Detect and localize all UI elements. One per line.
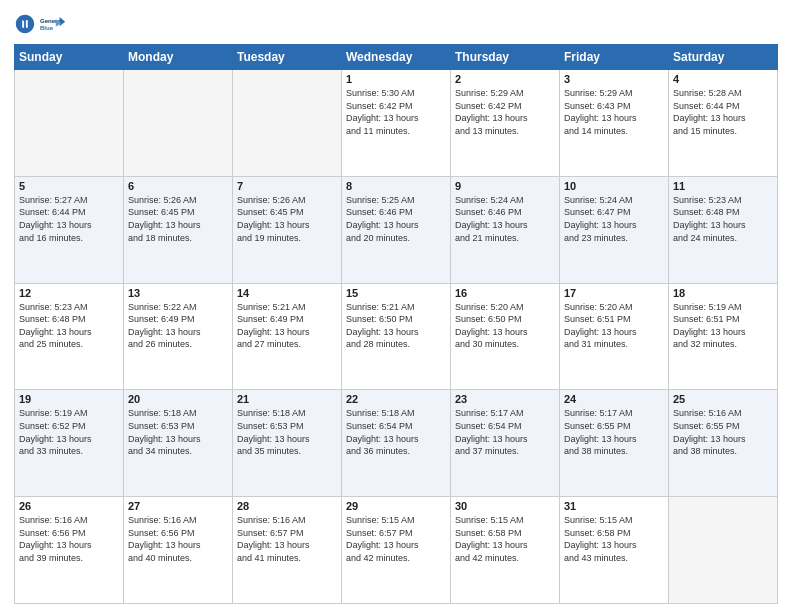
table-row: 12Sunrise: 5:23 AM Sunset: 6:48 PM Dayli… (15, 283, 124, 390)
header: General Blue (14, 10, 778, 38)
table-row: 20Sunrise: 5:18 AM Sunset: 6:53 PM Dayli… (124, 390, 233, 497)
table-row: 24Sunrise: 5:17 AM Sunset: 6:55 PM Dayli… (560, 390, 669, 497)
table-row: 9Sunrise: 5:24 AM Sunset: 6:46 PM Daylig… (451, 176, 560, 283)
table-row: 23Sunrise: 5:17 AM Sunset: 6:54 PM Dayli… (451, 390, 560, 497)
table-row: 25Sunrise: 5:16 AM Sunset: 6:55 PM Dayli… (669, 390, 778, 497)
table-row: 6Sunrise: 5:26 AM Sunset: 6:45 PM Daylig… (124, 176, 233, 283)
day-number: 3 (564, 73, 664, 85)
table-row: 2Sunrise: 5:29 AM Sunset: 6:42 PM Daylig… (451, 70, 560, 177)
day-number: 10 (564, 180, 664, 192)
day-detail: Sunrise: 5:24 AM Sunset: 6:46 PM Dayligh… (455, 194, 555, 244)
day-detail: Sunrise: 5:19 AM Sunset: 6:52 PM Dayligh… (19, 407, 119, 457)
day-detail: Sunrise: 5:20 AM Sunset: 6:50 PM Dayligh… (455, 301, 555, 351)
day-detail: Sunrise: 5:23 AM Sunset: 6:48 PM Dayligh… (673, 194, 773, 244)
day-detail: Sunrise: 5:15 AM Sunset: 6:58 PM Dayligh… (564, 514, 664, 564)
table-row: 16Sunrise: 5:20 AM Sunset: 6:50 PM Dayli… (451, 283, 560, 390)
day-number: 7 (237, 180, 337, 192)
day-detail: Sunrise: 5:20 AM Sunset: 6:51 PM Dayligh… (564, 301, 664, 351)
day-number: 9 (455, 180, 555, 192)
col-saturday: Saturday (669, 45, 778, 70)
table-row: 4Sunrise: 5:28 AM Sunset: 6:44 PM Daylig… (669, 70, 778, 177)
day-number: 21 (237, 393, 337, 405)
table-row: 8Sunrise: 5:25 AM Sunset: 6:46 PM Daylig… (342, 176, 451, 283)
calendar-week-row: 19Sunrise: 5:19 AM Sunset: 6:52 PM Dayli… (15, 390, 778, 497)
table-row: 18Sunrise: 5:19 AM Sunset: 6:51 PM Dayli… (669, 283, 778, 390)
svg-text:Blue: Blue (40, 25, 54, 31)
day-detail: Sunrise: 5:27 AM Sunset: 6:44 PM Dayligh… (19, 194, 119, 244)
col-tuesday: Tuesday (233, 45, 342, 70)
table-row: 5Sunrise: 5:27 AM Sunset: 6:44 PM Daylig… (15, 176, 124, 283)
calendar-week-row: 1Sunrise: 5:30 AM Sunset: 6:42 PM Daylig… (15, 70, 778, 177)
table-row: 14Sunrise: 5:21 AM Sunset: 6:49 PM Dayli… (233, 283, 342, 390)
table-row: 26Sunrise: 5:16 AM Sunset: 6:56 PM Dayli… (15, 497, 124, 604)
col-sunday: Sunday (15, 45, 124, 70)
day-number: 6 (128, 180, 228, 192)
day-number: 30 (455, 500, 555, 512)
calendar-week-row: 26Sunrise: 5:16 AM Sunset: 6:56 PM Dayli… (15, 497, 778, 604)
table-row (124, 70, 233, 177)
table-row: 22Sunrise: 5:18 AM Sunset: 6:54 PM Dayli… (342, 390, 451, 497)
logo-icon (14, 13, 36, 35)
day-detail: Sunrise: 5:16 AM Sunset: 6:57 PM Dayligh… (237, 514, 337, 564)
col-thursday: Thursday (451, 45, 560, 70)
day-number: 20 (128, 393, 228, 405)
day-number: 11 (673, 180, 773, 192)
table-row: 11Sunrise: 5:23 AM Sunset: 6:48 PM Dayli… (669, 176, 778, 283)
day-number: 31 (564, 500, 664, 512)
table-row: 21Sunrise: 5:18 AM Sunset: 6:53 PM Dayli… (233, 390, 342, 497)
day-detail: Sunrise: 5:17 AM Sunset: 6:54 PM Dayligh… (455, 407, 555, 457)
table-row (233, 70, 342, 177)
col-wednesday: Wednesday (342, 45, 451, 70)
day-number: 27 (128, 500, 228, 512)
table-row: 15Sunrise: 5:21 AM Sunset: 6:50 PM Dayli… (342, 283, 451, 390)
day-number: 22 (346, 393, 446, 405)
table-row: 1Sunrise: 5:30 AM Sunset: 6:42 PM Daylig… (342, 70, 451, 177)
calendar-week-row: 12Sunrise: 5:23 AM Sunset: 6:48 PM Dayli… (15, 283, 778, 390)
day-detail: Sunrise: 5:18 AM Sunset: 6:53 PM Dayligh… (237, 407, 337, 457)
day-detail: Sunrise: 5:21 AM Sunset: 6:50 PM Dayligh… (346, 301, 446, 351)
day-number: 15 (346, 287, 446, 299)
day-number: 8 (346, 180, 446, 192)
day-detail: Sunrise: 5:24 AM Sunset: 6:47 PM Dayligh… (564, 194, 664, 244)
day-detail: Sunrise: 5:15 AM Sunset: 6:58 PM Dayligh… (455, 514, 555, 564)
day-detail: Sunrise: 5:21 AM Sunset: 6:49 PM Dayligh… (237, 301, 337, 351)
day-number: 26 (19, 500, 119, 512)
day-detail: Sunrise: 5:15 AM Sunset: 6:57 PM Dayligh… (346, 514, 446, 564)
table-row: 30Sunrise: 5:15 AM Sunset: 6:58 PM Dayli… (451, 497, 560, 604)
table-row: 7Sunrise: 5:26 AM Sunset: 6:45 PM Daylig… (233, 176, 342, 283)
calendar-header-row: Sunday Monday Tuesday Wednesday Thursday… (15, 45, 778, 70)
day-detail: Sunrise: 5:25 AM Sunset: 6:46 PM Dayligh… (346, 194, 446, 244)
table-row: 28Sunrise: 5:16 AM Sunset: 6:57 PM Dayli… (233, 497, 342, 604)
day-number: 16 (455, 287, 555, 299)
day-detail: Sunrise: 5:18 AM Sunset: 6:53 PM Dayligh… (128, 407, 228, 457)
day-detail: Sunrise: 5:22 AM Sunset: 6:49 PM Dayligh… (128, 301, 228, 351)
day-number: 23 (455, 393, 555, 405)
day-number: 2 (455, 73, 555, 85)
day-number: 14 (237, 287, 337, 299)
calendar-page: General Blue Sunday Monday Tuesday Wedne… (0, 0, 792, 612)
day-detail: Sunrise: 5:23 AM Sunset: 6:48 PM Dayligh… (19, 301, 119, 351)
day-detail: Sunrise: 5:29 AM Sunset: 6:42 PM Dayligh… (455, 87, 555, 137)
day-detail: Sunrise: 5:16 AM Sunset: 6:56 PM Dayligh… (19, 514, 119, 564)
table-row: 29Sunrise: 5:15 AM Sunset: 6:57 PM Dayli… (342, 497, 451, 604)
day-detail: Sunrise: 5:19 AM Sunset: 6:51 PM Dayligh… (673, 301, 773, 351)
day-number: 12 (19, 287, 119, 299)
table-row (15, 70, 124, 177)
day-number: 25 (673, 393, 773, 405)
day-number: 4 (673, 73, 773, 85)
table-row: 3Sunrise: 5:29 AM Sunset: 6:43 PM Daylig… (560, 70, 669, 177)
day-number: 24 (564, 393, 664, 405)
day-detail: Sunrise: 5:29 AM Sunset: 6:43 PM Dayligh… (564, 87, 664, 137)
day-detail: Sunrise: 5:17 AM Sunset: 6:55 PM Dayligh… (564, 407, 664, 457)
table-row: 17Sunrise: 5:20 AM Sunset: 6:51 PM Dayli… (560, 283, 669, 390)
day-number: 19 (19, 393, 119, 405)
day-detail: Sunrise: 5:30 AM Sunset: 6:42 PM Dayligh… (346, 87, 446, 137)
day-detail: Sunrise: 5:18 AM Sunset: 6:54 PM Dayligh… (346, 407, 446, 457)
day-detail: Sunrise: 5:26 AM Sunset: 6:45 PM Dayligh… (237, 194, 337, 244)
table-row (669, 497, 778, 604)
table-row: 10Sunrise: 5:24 AM Sunset: 6:47 PM Dayli… (560, 176, 669, 283)
table-row: 27Sunrise: 5:16 AM Sunset: 6:56 PM Dayli… (124, 497, 233, 604)
day-number: 28 (237, 500, 337, 512)
table-row: 13Sunrise: 5:22 AM Sunset: 6:49 PM Dayli… (124, 283, 233, 390)
table-row: 31Sunrise: 5:15 AM Sunset: 6:58 PM Dayli… (560, 497, 669, 604)
